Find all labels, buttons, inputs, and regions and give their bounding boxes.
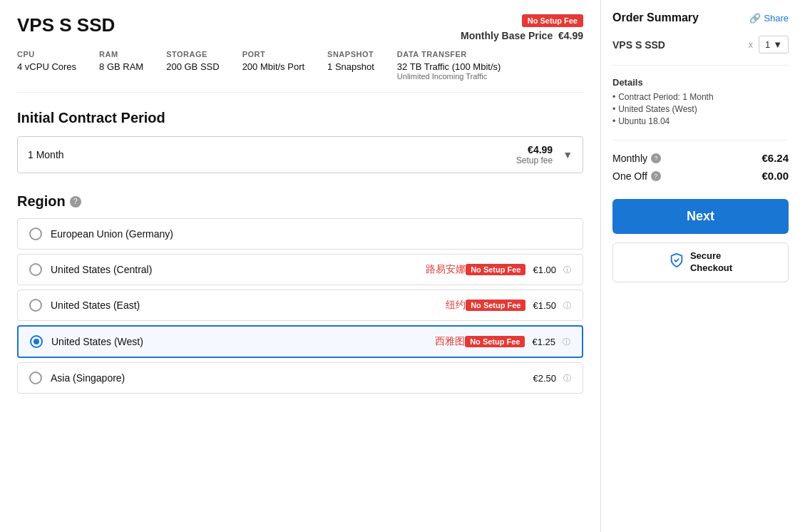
region-right-singapore: €2.50 ⓘ: [533, 373, 571, 384]
spec-cpu-value: 4 vCPU Cores: [17, 61, 76, 72]
spec-snapshot: SNAPSHOT 1 Snapshot: [327, 50, 374, 81]
region-chinese-west: 西雅图: [435, 335, 465, 348]
spec-snapshot-label: SNAPSHOT: [327, 50, 374, 58]
spec-ram: RAM 8 GB RAM: [99, 50, 143, 81]
region-help-icon[interactable]: ?: [70, 196, 81, 208]
pricing-row-monthly: Monthly ? €6.24: [612, 152, 789, 164]
oneoff-label-group: One Off ?: [612, 170, 661, 182]
spec-ram-label: RAM: [99, 50, 143, 58]
base-price: Monthly Base Price €4.99: [461, 30, 583, 41]
share-link[interactable]: 🔗 Share: [749, 13, 789, 24]
region-right-west: No Setup Fee €1.25 ⓘ: [465, 336, 570, 347]
spec-datatransfer-label: DATA TRANSFER: [397, 50, 501, 58]
spec-snapshot-value: 1 Snapshot: [327, 61, 374, 72]
contract-dropdown[interactable]: 1 Month €4.99 Setup fee ▼: [17, 136, 583, 173]
x-label: x: [748, 39, 753, 50]
spec-cpu-label: CPU: [17, 50, 76, 58]
product-title: VPS S SSD: [17, 14, 115, 36]
share-icon: 🔗: [749, 13, 761, 24]
specs-row: CPU 4 vCPU Cores RAM 8 GB RAM STORAGE 20…: [17, 50, 583, 93]
radio-singapore: [29, 372, 42, 384]
details-section: Details • Contract Period: 1 Month • Uni…: [612, 77, 789, 140]
radio-germany: [29, 227, 42, 240]
qty-value: 1: [765, 39, 770, 50]
pricing-row-oneoff: One Off ? €0.00: [612, 170, 789, 182]
region-no-setup-east: No Setup Fee: [466, 300, 525, 311]
region-right-east: No Setup Fee €1.50 ⓘ: [466, 300, 571, 311]
info-icon-singapore: ⓘ: [563, 373, 571, 384]
region-option-germany[interactable]: European Union (Germany): [17, 218, 583, 250]
region-name-west: United States (West): [51, 336, 429, 347]
base-price-value: €4.99: [558, 30, 583, 41]
base-price-label: Monthly Base Price: [461, 30, 553, 41]
contract-selected: 1 Month: [28, 149, 64, 160]
region-price-singapore: €2.50: [533, 373, 556, 384]
monthly-help-icon[interactable]: ?: [651, 153, 661, 163]
region-name-central: United States (Central): [51, 264, 420, 275]
radio-central: [29, 263, 42, 276]
monthly-label: Monthly: [612, 153, 647, 164]
radio-east: [29, 299, 42, 312]
contract-section-title: Initial Contract Period: [17, 110, 583, 126]
oneoff-label: One Off: [612, 170, 647, 182]
detail-contract-value: Contract Period: 1 Month: [618, 92, 713, 102]
radio-west: [30, 335, 43, 348]
no-setup-badge: No Setup Fee: [522, 14, 583, 27]
contract-dropdown-arrow: ▼: [563, 149, 573, 160]
region-price-west: €1.25: [532, 337, 555, 347]
region-chinese-central: 路易安娜: [426, 263, 466, 276]
region-no-setup-west: No Setup Fee: [465, 336, 525, 347]
oneoff-help-icon[interactable]: ?: [651, 171, 661, 181]
qty-selector[interactable]: 1 ▼: [759, 36, 789, 53]
region-option-west[interactable]: United States (West) 西雅图 No Setup Fee €1…: [17, 325, 583, 358]
order-summary-title: Order Summary: [612, 11, 699, 24]
shield-icon: [669, 252, 684, 272]
sidebar-product-row: VPS S SSD x 1 ▼: [612, 36, 789, 66]
monthly-label-group: Monthly ?: [612, 153, 661, 164]
spec-port-value: 200 Mbit/s Port: [242, 61, 304, 72]
oneoff-price: €0.00: [761, 170, 789, 182]
sidebar-header: Order Summary 🔗 Share: [612, 11, 789, 24]
region-header: Region ?: [17, 193, 583, 210]
region-section-title: Region: [17, 193, 66, 210]
contract-price: €4.99: [516, 144, 553, 155]
secure-checkout: Secure Checkout: [612, 242, 789, 282]
detail-region: • United States (West): [612, 104, 789, 114]
region-option-east[interactable]: United States (East) 纽约 No Setup Fee €1.…: [17, 290, 583, 321]
region-price-east: €1.50: [533, 300, 556, 311]
qty-arrow: ▼: [773, 39, 782, 50]
region-no-setup-central: No Setup Fee: [466, 264, 525, 275]
region-price-central: €1.00: [533, 265, 556, 275]
info-icon-west: ⓘ: [563, 337, 570, 347]
share-label: Share: [764, 13, 789, 24]
region-name-singapore: Asia (Singapore): [51, 372, 533, 384]
region-right-central: No Setup Fee €1.00 ⓘ: [466, 264, 571, 275]
region-option-central[interactable]: United States (Central) 路易安娜 No Setup Fe…: [17, 254, 583, 285]
info-icon-east: ⓘ: [563, 300, 571, 311]
checkout-label: Checkout: [690, 262, 732, 275]
product-header: VPS S SSD No Setup Fee Monthly Base Pric…: [17, 14, 583, 41]
spec-port-label: PORT: [242, 50, 304, 58]
secure-label: Secure: [690, 250, 732, 262]
region-option-singapore[interactable]: Asia (Singapore) €2.50 ⓘ: [17, 362, 583, 394]
header-right: No Setup Fee Monthly Base Price €4.99: [461, 14, 583, 41]
spec-datatransfer-sub: Unlimited Incoming Traffic: [397, 72, 501, 81]
region-options: European Union (Germany) United States (…: [17, 218, 583, 394]
detail-contract: • Contract Period: 1 Month: [612, 92, 789, 102]
sidebar-product-name: VPS S SSD: [612, 39, 742, 51]
spec-cpu: CPU 4 vCPU Cores: [17, 50, 76, 81]
spec-storage-value: 200 GB SSD: [166, 61, 219, 72]
monthly-price: €6.24: [761, 152, 789, 164]
sidebar: Order Summary 🔗 Share VPS S SSD x 1 ▼ De…: [600, 0, 800, 532]
spec-storage: STORAGE 200 GB SSD: [166, 50, 219, 81]
spec-datatransfer-value: 32 TB Traffic (100 Mbit/s): [397, 61, 501, 72]
detail-region-value: United States (West): [618, 104, 697, 114]
region-name-germany: European Union (Germany): [51, 228, 571, 240]
detail-os-value: Ubuntu 18.04: [618, 116, 670, 126]
spec-datatransfer: DATA TRANSFER 32 TB Traffic (100 Mbit/s)…: [397, 50, 501, 81]
info-icon-central: ⓘ: [563, 265, 571, 275]
details-title: Details: [612, 77, 789, 88]
next-button[interactable]: Next: [612, 199, 789, 234]
contract-setup-fee: Setup fee: [516, 155, 553, 165]
detail-os: • Ubuntu 18.04: [612, 116, 789, 126]
